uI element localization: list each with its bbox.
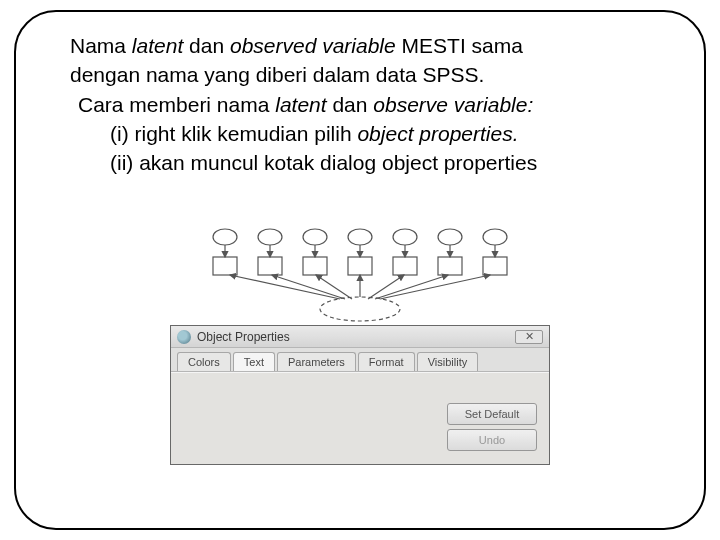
svg-point-0 (320, 297, 400, 321)
svg-rect-14 (483, 257, 507, 275)
svg-rect-12 (393, 257, 417, 275)
tab-parameters[interactable]: Parameters (277, 352, 356, 371)
svg-point-4 (348, 229, 372, 245)
svg-line-28 (380, 275, 490, 299)
t4a: (i) right klik kemudian pilih (110, 122, 357, 145)
t4b: object properties. (357, 122, 518, 145)
t3b: latent (275, 93, 326, 116)
sem-diagram (170, 225, 550, 325)
t3d: observe variable: (373, 93, 533, 116)
tab-format[interactable]: Format (358, 352, 415, 371)
slide-text: Nama latent dan observed variable MESTI … (70, 32, 655, 178)
tab-text[interactable]: Text (233, 352, 275, 371)
t1b: latent (132, 34, 183, 57)
t1a: Nama (70, 34, 132, 57)
set-default-button[interactable]: Set Default (447, 403, 537, 425)
svg-point-2 (258, 229, 282, 245)
dialog-body: Set Default Undo (171, 372, 549, 464)
t1d: observed variable (230, 34, 396, 57)
tab-visibility[interactable]: Visibility (417, 352, 479, 371)
t5: (ii) akan muncul kotak dialog object pro… (110, 149, 655, 176)
t2: dengan nama yang diberi dalam data SPSS. (70, 61, 655, 88)
undo-button[interactable]: Undo (447, 429, 537, 451)
svg-point-3 (303, 229, 327, 245)
svg-rect-10 (303, 257, 327, 275)
t1c: dan (183, 34, 230, 57)
app-icon (177, 330, 191, 344)
close-icon[interactable]: ✕ (515, 330, 543, 344)
svg-point-7 (483, 229, 507, 245)
t3c: dan (327, 93, 374, 116)
svg-rect-8 (213, 257, 237, 275)
svg-rect-11 (348, 257, 372, 275)
t3a: Cara memberi nama (78, 93, 275, 116)
dialog-title: Object Properties (197, 330, 290, 344)
t1e: MESTI sama (396, 34, 523, 57)
dialog-tabs: Colors Text Parameters Format Visibility (171, 348, 549, 372)
object-properties-dialog: Object Properties ✕ Colors Text Paramete… (170, 325, 550, 465)
svg-point-5 (393, 229, 417, 245)
svg-rect-13 (438, 257, 462, 275)
svg-point-6 (438, 229, 462, 245)
diagram-area: Object Properties ✕ Colors Text Paramete… (170, 225, 550, 465)
dialog-titlebar: Object Properties ✕ (171, 326, 549, 348)
svg-rect-9 (258, 257, 282, 275)
tab-colors[interactable]: Colors (177, 352, 231, 371)
svg-line-22 (230, 275, 340, 299)
svg-point-1 (213, 229, 237, 245)
